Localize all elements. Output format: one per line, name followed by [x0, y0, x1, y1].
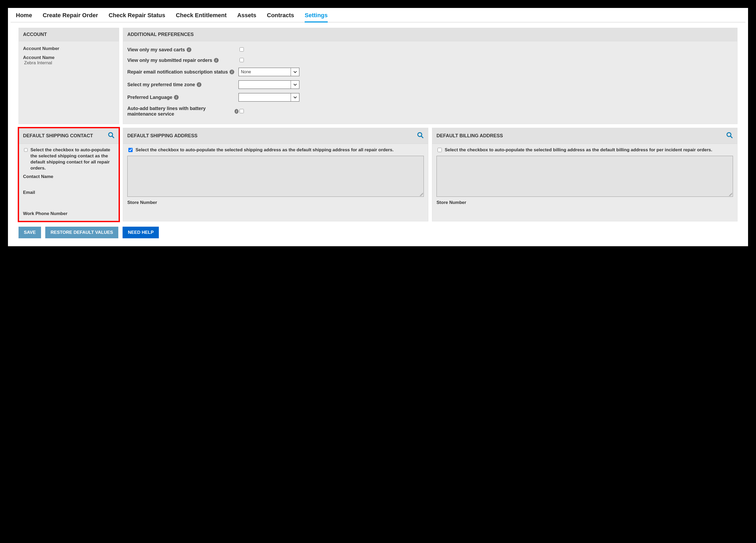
info-icon[interactable]: i — [197, 82, 201, 87]
account-panel: ACCOUNT Account Number Account Name Zebr… — [19, 28, 119, 124]
svg-point-2 — [418, 133, 422, 137]
shipping-address-textarea[interactable] — [127, 156, 424, 197]
info-icon[interactable]: i — [229, 70, 234, 74]
info-icon[interactable]: i — [214, 58, 219, 63]
battery-checkbox[interactable] — [240, 109, 244, 113]
svg-line-1 — [112, 136, 114, 138]
tab-create-repair-order[interactable]: Create Repair Order — [43, 12, 98, 22]
battery-label: Auto-add battery lines with battery main… — [127, 106, 233, 117]
settings-page: Home Create Repair Order Check Repair St… — [8, 8, 748, 246]
shipping-address-desc: Select the checkbox to auto-populate the… — [136, 147, 394, 153]
chevron-down-icon — [291, 68, 299, 76]
search-icon[interactable] — [726, 132, 733, 140]
svg-point-4 — [727, 133, 731, 137]
timezone-label: Select my preferred time zone — [127, 82, 195, 88]
email-subscription-label: Repair email notification subscription s… — [127, 69, 228, 75]
submitted-orders-checkbox[interactable] — [240, 58, 244, 62]
search-icon[interactable] — [417, 132, 424, 140]
shipping-address-checkbox[interactable] — [128, 148, 133, 152]
top-tabs: Home Create Repair Order Check Repair St… — [11, 8, 745, 22]
svg-line-3 — [421, 136, 423, 138]
shipping-address-panel: DEFAULT SHIPPING ADDRESS Select the chec… — [123, 128, 428, 222]
info-icon[interactable]: i — [235, 109, 239, 114]
need-help-button[interactable]: NEED HELP — [123, 227, 159, 238]
billing-address-textarea[interactable] — [437, 156, 733, 197]
shipping-store-label: Store Number — [127, 200, 424, 205]
submitted-orders-label: View only my submitted repair orders — [127, 58, 212, 63]
account-name-label: Account Name — [23, 55, 115, 60]
language-label: Preferred Language — [127, 95, 172, 100]
info-icon[interactable]: i — [174, 95, 179, 100]
tab-check-entitlement[interactable]: Check Entitlement — [176, 12, 227, 22]
shipping-contact-panel: DEFAULT SHIPPING CONTACT Select the chec… — [19, 128, 119, 222]
tab-home[interactable]: Home — [16, 12, 32, 22]
account-header: ACCOUNT — [19, 28, 119, 41]
preferences-panel: ADDITIONAL PREFERENCES View only my save… — [123, 28, 737, 124]
saved-carts-label: View only my saved carts — [127, 47, 185, 53]
saved-carts-checkbox[interactable] — [240, 47, 244, 52]
shipping-address-header: DEFAULT SHIPPING ADDRESS — [127, 133, 197, 139]
shipping-contact-header: DEFAULT SHIPPING CONTACT — [23, 133, 93, 139]
language-select[interactable] — [239, 93, 299, 102]
svg-line-5 — [730, 136, 732, 138]
account-name-value: Zebra Internal — [24, 60, 115, 66]
billing-address-header: DEFAULT BILLING ADDRESS — [437, 133, 503, 139]
contact-name-label: Contact Name — [23, 174, 115, 179]
svg-point-0 — [109, 133, 113, 137]
email-subscription-select[interactable]: None — [239, 68, 299, 76]
work-phone-label: Work Phone Number — [23, 211, 115, 216]
email-label: Email — [23, 190, 115, 195]
shipping-contact-checkbox[interactable] — [24, 148, 28, 152]
tab-contracts[interactable]: Contracts — [267, 12, 294, 22]
account-number-label: Account Number — [23, 46, 115, 51]
restore-defaults-button[interactable]: RESTORE DEFAULT VALUES — [45, 227, 118, 238]
info-icon[interactable]: i — [187, 47, 191, 52]
chevron-down-icon — [291, 93, 299, 101]
billing-address-checkbox[interactable] — [438, 148, 442, 152]
search-icon[interactable] — [108, 132, 115, 140]
save-button[interactable]: SAVE — [19, 227, 41, 238]
chevron-down-icon — [291, 81, 299, 89]
shipping-contact-desc: Select the checkbox to auto-populate the… — [30, 147, 115, 171]
action-buttons: SAVE RESTORE DEFAULT VALUES NEED HELP — [11, 224, 745, 241]
preferences-header: ADDITIONAL PREFERENCES — [123, 28, 737, 41]
billing-store-label: Store Number — [437, 200, 733, 205]
billing-address-panel: DEFAULT BILLING ADDRESS Select the check… — [432, 128, 737, 222]
billing-address-desc: Select the checkbox to auto-populate the… — [445, 147, 712, 153]
tab-check-repair-status[interactable]: Check Repair Status — [109, 12, 165, 22]
timezone-select[interactable] — [239, 80, 299, 89]
email-subscription-value: None — [241, 70, 251, 74]
tab-settings[interactable]: Settings — [305, 12, 328, 22]
tab-assets[interactable]: Assets — [237, 12, 256, 22]
